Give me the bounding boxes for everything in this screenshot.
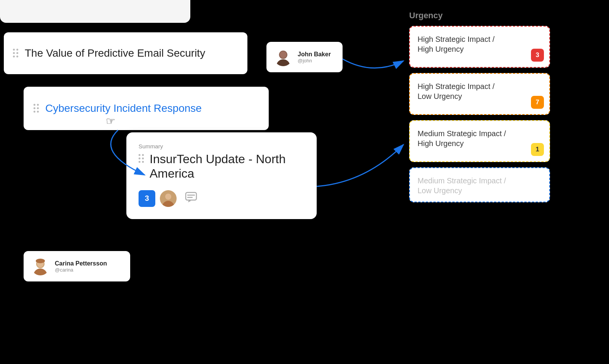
urgency-card-medium-high: Medium Strategic Impact /High Urgency 1: [409, 120, 550, 162]
summary-footer: 3: [139, 190, 304, 207]
carina-name: Carina Pettersson: [55, 260, 107, 267]
urgency-badge-2: 7: [531, 96, 544, 109]
urgency-card-high-high: High Strategic Impact /High Urgency 3: [409, 26, 550, 68]
john-avatar: [274, 48, 292, 66]
summary-label: Summary: [139, 143, 304, 149]
drag-handle-icon: [33, 104, 39, 113]
drag-handle-icon: [13, 49, 19, 58]
summary-card-extra: [0, 0, 190, 23]
cybersecurity-card[interactable]: Cybersecurity Incident Response: [24, 87, 269, 130]
john-info: John Baker @john: [298, 51, 331, 64]
predictive-card-title: The Value of Predictive Email Security: [25, 47, 205, 59]
svg-point-9: [33, 269, 47, 275]
cybersecurity-card-title: Cybersecurity Incident Response: [45, 102, 202, 114]
john-baker-card: John Baker @john: [266, 42, 343, 72]
carina-handle: @carina: [55, 267, 107, 273]
svg-point-8: [280, 51, 287, 58]
urgency-label-2: High Strategic Impact /Low Urgency: [418, 81, 542, 101]
urgency-label-4: Medium Strategic Impact /Low Urgency: [418, 176, 542, 196]
predictive-card: The Value of Predictive Email Security: [4, 32, 247, 74]
urgency-section: Urgency High Strategic Impact /High Urge…: [409, 11, 550, 208]
svg-rect-3: [186, 192, 196, 200]
summary-drag-handle-icon: [139, 154, 144, 163]
urgency-label-1: High Strategic Impact /High Urgency: [418, 34, 542, 54]
john-name: John Baker: [298, 51, 331, 58]
carina-avatar: [31, 257, 49, 275]
summary-card: Summary InsurTech Update - North America…: [126, 132, 317, 219]
summary-badge: 3: [139, 190, 155, 207]
chat-icon: [184, 190, 198, 207]
urgency-label-3: Medium Strategic Impact /High Urgency: [418, 129, 542, 148]
svg-point-6: [276, 59, 290, 66]
svg-point-12: [36, 259, 45, 263]
summary-avatar: [160, 190, 177, 207]
urgency-badge-3: 1: [531, 143, 544, 156]
carina-card: Carina Pettersson @carina: [24, 251, 130, 281]
svg-point-0: [162, 201, 174, 207]
summary-title: InsurTech Update - North America: [139, 152, 304, 181]
urgency-card-high-low: High Strategic Impact /Low Urgency 7: [409, 73, 550, 115]
urgency-card-medium-low: Medium Strategic Impact /Low Urgency: [409, 167, 550, 202]
carina-info: Carina Pettersson @carina: [55, 260, 107, 273]
urgency-badge-1: 3: [531, 49, 544, 62]
svg-point-2: [165, 194, 171, 200]
urgency-title: Urgency: [409, 11, 550, 21]
cursor-icon: ☞: [106, 115, 115, 127]
john-handle: @john: [298, 58, 331, 64]
